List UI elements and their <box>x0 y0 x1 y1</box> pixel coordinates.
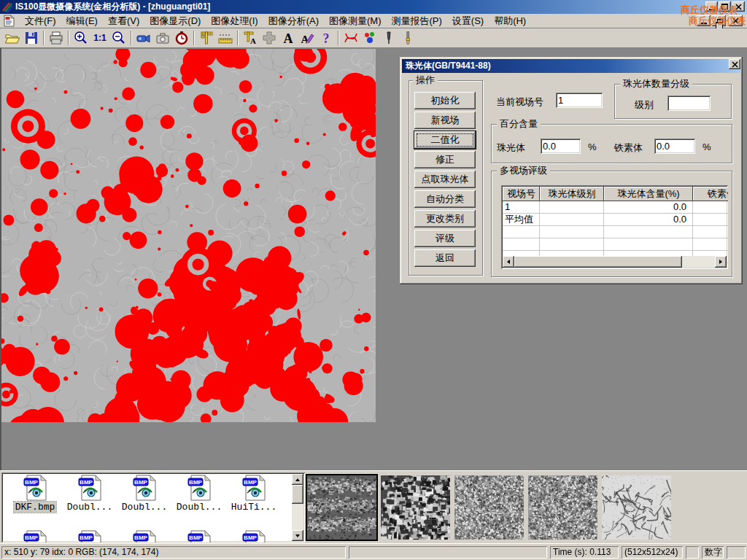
measure-text-button[interactable]: A <box>241 29 260 47</box>
table-row[interactable]: 1 0.0 <box>503 201 728 214</box>
binarize-button[interactable]: 二值化 <box>414 131 476 149</box>
menu-image-analysis[interactable]: 图像分析(A) <box>263 13 324 29</box>
file-label[interactable]: Doubl... <box>175 502 223 513</box>
scroll-right-button[interactable] <box>715 256 727 268</box>
ruler-button[interactable] <box>216 29 235 47</box>
vscroll-thumb[interactable] <box>292 485 303 504</box>
paint-brush-button[interactable] <box>398 29 417 47</box>
status-cursor-position: x: 510 y: 79 idx: 0 RGB: (174, 174, 174) <box>1 546 346 559</box>
menu-image-display[interactable]: 图像显示(D) <box>144 13 206 29</box>
new-field-button[interactable]: 新视场 <box>414 112 476 129</box>
thumbnail-image-4[interactable] <box>528 475 597 540</box>
edit-annotation-button[interactable]: A <box>298 29 317 47</box>
scroll-left-button[interactable] <box>503 256 514 268</box>
draw-pen-button[interactable] <box>379 29 398 47</box>
file-item[interactable]: BMP Doubl... <box>173 475 225 513</box>
ferrite-percent-sign: % <box>703 141 711 152</box>
image-merge-button[interactable] <box>260 29 279 47</box>
file-listbox[interactable]: BMP DKF.bmp BMP Doubl... BMP Doubl... BM… <box>1 472 305 542</box>
file-label[interactable]: Doubl... <box>66 502 114 513</box>
mdi-minimize-button[interactable] <box>697 15 711 26</box>
correct-button[interactable]: 修正 <box>414 151 476 168</box>
auto-classify-button[interactable]: 自动分类 <box>414 190 476 208</box>
print-button[interactable] <box>47 29 66 47</box>
table-row[interactable]: 平均值 0.0 <box>503 214 728 226</box>
current-field-input[interactable] <box>556 93 603 108</box>
pearlite-percent-input[interactable] <box>541 139 581 154</box>
hscroll-thumb[interactable] <box>514 256 682 268</box>
return-button[interactable]: 返回 <box>414 249 476 267</box>
svg-text:BMP: BMP <box>80 479 93 486</box>
menu-edit[interactable]: 编辑(E) <box>61 13 103 29</box>
mdi-close-button[interactable] <box>729 15 743 26</box>
thumbnail-image-1[interactable] <box>307 475 376 540</box>
actual-size-label: 1:1 <box>93 33 106 43</box>
rate-button[interactable]: 评级 <box>414 230 476 247</box>
save-button[interactable] <box>22 29 41 47</box>
cell-pearlite: 0.0 <box>604 214 693 226</box>
menu-help[interactable]: 帮助(H) <box>489 13 531 29</box>
menu-file[interactable]: 文件(F) <box>20 13 61 29</box>
camera-capture-button[interactable] <box>153 29 172 47</box>
file-item[interactable]: BMP Doubl... <box>63 475 116 513</box>
menu-measure-report[interactable]: 测量报告(P) <box>386 13 446 29</box>
minimize-button[interactable] <box>705 1 718 12</box>
window-title: IS100显微摄像系统(金相分析版) - [zhuguangti01] <box>15 1 210 13</box>
col-header-ferrite[interactable]: 铁素体 <box>693 187 728 201</box>
file-item[interactable]: BMP <box>173 530 225 542</box>
file-list-scrollbar[interactable] <box>292 474 303 541</box>
menu-image-measure[interactable]: 图像测量(M) <box>324 13 387 29</box>
file-item[interactable]: BMP <box>228 530 280 542</box>
col-header-pearlite[interactable]: 珠光体含量(%) <box>604 187 693 201</box>
file-item[interactable]: BMP <box>118 530 171 542</box>
file-label[interactable]: Doubl... <box>120 502 169 513</box>
menu-view[interactable]: 查看(V) <box>103 13 144 29</box>
table-hscrollbar[interactable] <box>503 256 727 268</box>
metallograph-image[interactable] <box>1 49 376 422</box>
init-button[interactable]: 初始化 <box>414 92 476 109</box>
maximize-button[interactable] <box>719 1 731 12</box>
file-item[interactable]: BMP <box>63 530 116 542</box>
file-label[interactable]: DKF.bmp <box>14 502 57 513</box>
dialog-close-button[interactable] <box>729 59 740 69</box>
svg-text:A: A <box>284 31 293 46</box>
grade-input[interactable] <box>667 96 711 111</box>
thumbnail-image-5[interactable] <box>602 475 671 540</box>
caliper-button[interactable] <box>197 29 216 47</box>
curve-measure-button[interactable] <box>341 29 360 47</box>
thumbnail-image-3[interactable] <box>454 475 524 540</box>
actual-size-button[interactable]: 1:1 <box>90 29 109 47</box>
pick-pearlite-button[interactable]: 点取珠光体 <box>414 171 476 188</box>
scroll-up-button[interactable] <box>292 474 303 485</box>
title-bar: IS100显微摄像系统(金相分析版) - [zhuguangti01] <box>0 0 747 14</box>
scroll-down-button[interactable] <box>292 530 303 541</box>
menu-settings[interactable]: 设置(S) <box>447 13 489 29</box>
open-button[interactable] <box>3 29 22 47</box>
thumbnail-image-2[interactable] <box>381 475 450 540</box>
change-class-button[interactable]: 更改类别 <box>414 210 476 228</box>
file-item[interactable]: BMP HuiTi... <box>228 475 280 513</box>
video-capture-button[interactable] <box>134 29 153 47</box>
mdi-restore-button[interactable] <box>712 15 726 26</box>
file-item[interactable]: BMP Doubl... <box>118 475 171 513</box>
document-icon[interactable] <box>3 15 15 27</box>
table-inner: 视场号 珠光体级别 珠光体含量(%) 铁素体 1 0.0 平均值 0.0 <box>503 187 728 263</box>
zoom-in-button[interactable] <box>71 29 90 47</box>
phase-particles-button[interactable] <box>360 29 379 47</box>
close-button[interactable] <box>732 1 745 12</box>
help-button[interactable]: ? <box>317 29 336 47</box>
file-item[interactable]: BMP <box>9 530 61 542</box>
bmp-file-icon: BMP <box>241 530 266 542</box>
menu-image-processing[interactable]: 图像处理(I) <box>206 13 263 29</box>
timer-button[interactable] <box>172 29 191 47</box>
mdi-minimize-icon <box>701 23 707 24</box>
dialog-title-bar[interactable]: 珠光体(GB/T9441-88) <box>402 59 740 73</box>
ferrite-percent-input[interactable] <box>654 139 695 154</box>
multifield-table[interactable]: 视场号 珠光体级别 珠光体含量(%) 铁素体 1 0.0 平均值 0.0 <box>501 185 728 269</box>
file-label[interactable]: HuiTi... <box>230 502 278 513</box>
col-header-level[interactable]: 珠光体级别 <box>540 187 604 201</box>
col-header-field[interactable]: 视场号 <box>503 187 540 201</box>
text-annotation-button[interactable]: A <box>279 29 298 47</box>
file-item[interactable]: BMP DKF.bmp <box>9 475 61 513</box>
zoom-out-button[interactable] <box>109 29 128 47</box>
